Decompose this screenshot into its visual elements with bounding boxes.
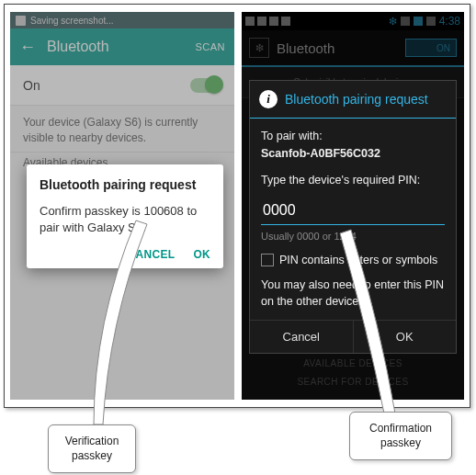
- callout-left: Verification passkey: [48, 424, 136, 473]
- callout-right: Confirmation passkey: [349, 412, 452, 460]
- callout-left-text: Verification passkey: [65, 435, 119, 462]
- callout-right-text: Confirmation passkey: [369, 422, 432, 449]
- callout-pointer-right: [0, 0, 476, 475]
